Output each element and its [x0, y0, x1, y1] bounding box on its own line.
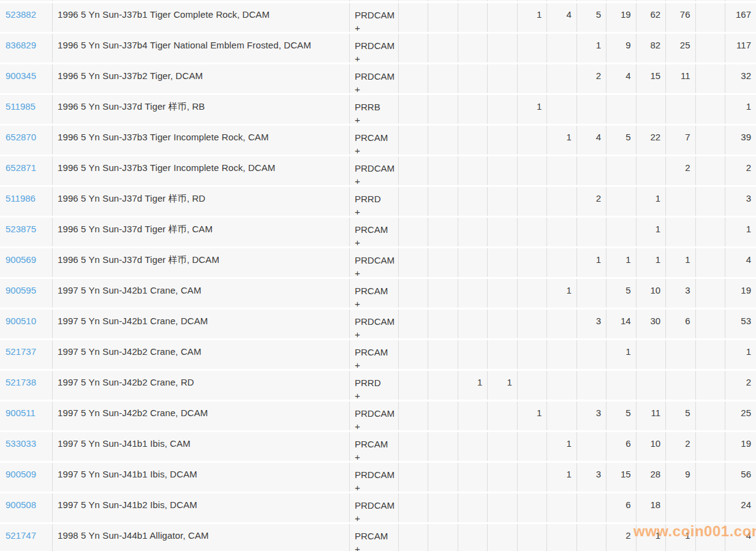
cert-number-link[interactable]: 521747	[6, 530, 36, 541]
grade-count-cell	[576, 524, 606, 551]
grade-count-cell	[576, 218, 606, 246]
grade-count-cell	[428, 156, 457, 185]
table-row: 900511 1997 5 Yn Sun-J42b2 Crane, DCAM P…	[0, 401, 756, 430]
designation-label: PRRB	[355, 101, 398, 113]
cert-number-link[interactable]: 533033	[6, 438, 36, 449]
grade-count-cell	[398, 34, 428, 63]
grade-count-cell	[428, 187, 457, 216]
grade-count-cell	[517, 248, 546, 277]
grade-count-cell: 1	[636, 248, 665, 277]
designation-cell	[349, 0, 398, 1]
grade-count-cell	[665, 493, 695, 522]
cert-number-link[interactable]: 523875	[6, 224, 36, 234]
cert-number-link[interactable]: 900345	[6, 70, 36, 81]
coin-description: 1997 5 Yn Sun-J41b2 Ibis, DCAM	[52, 493, 349, 522]
cert-number-link[interactable]: 900569	[6, 254, 36, 265]
cert-number-link[interactable]: 523882	[6, 9, 36, 20]
grade-count-cell	[398, 126, 428, 154]
cert-number-cell: 900510	[0, 310, 52, 338]
grade-count-cell	[546, 0, 576, 1]
grade-count-cell	[458, 248, 487, 277]
grade-count-cell	[576, 432, 606, 461]
grade-count-cell: 1	[517, 95, 546, 124]
cert-number-link[interactable]: 900508	[6, 500, 36, 510]
grade-count-cell	[546, 340, 576, 369]
grade-count-cell	[606, 371, 635, 400]
grade-count-cell	[398, 3, 428, 32]
table-row: 836829 1996 5 Yn Sun-J37b4 Tiger Nationa…	[0, 34, 756, 63]
grade-count-cell	[428, 64, 457, 93]
cert-number-link[interactable]: 652871	[6, 162, 36, 173]
grade-count-cell: 1	[606, 340, 635, 369]
table-row: 533033 1997 5 Yn Sun-J41b1 Ibis, CAM PRC…	[0, 432, 756, 461]
designation-plus: +	[355, 389, 398, 400]
cert-number-link[interactable]: 511985	[6, 101, 36, 112]
cert-number-link[interactable]: 521737	[6, 346, 36, 357]
grade-count-cell	[576, 340, 606, 369]
designation-cell: PRCAM+	[349, 524, 398, 551]
table-row	[0, 0, 756, 1]
grade-count-cell	[606, 156, 635, 185]
cert-number-cell: 900345	[0, 64, 52, 93]
coin-description: 1996 5 Yn Sun-J37b1 Tiger Complete Rock,…	[52, 3, 349, 32]
grade-count-cell: 2	[576, 64, 606, 93]
designation-cell: PRDCAM+	[349, 3, 398, 32]
designation-plus: +	[355, 144, 398, 154]
grade-count-cell	[458, 493, 487, 522]
cert-number-link[interactable]: 836829	[6, 40, 36, 50]
grade-count-cell	[576, 493, 606, 522]
grade-count-cell: 19	[606, 3, 635, 32]
grade-count-cell: 18	[636, 493, 665, 522]
grade-count-cell	[695, 340, 725, 369]
coin-description: 1997 5 Yn Sun-J42b2 Crane, CAM	[52, 340, 349, 369]
grade-count-cell	[428, 248, 457, 277]
designation-plus: +	[355, 21, 398, 32]
grade-count-cell	[428, 463, 457, 492]
grade-count-cell	[487, 3, 516, 32]
designation-cell: PRRB+	[349, 95, 398, 124]
grade-count-cell: 28	[636, 463, 665, 492]
grade-count-cell: 3	[576, 401, 606, 430]
grade-count-cell: 10	[636, 279, 665, 308]
grade-count-cell: 15	[636, 64, 665, 93]
grade-count-cell: 1	[487, 371, 516, 400]
designation-cell: PRDCAM+	[349, 310, 398, 338]
grade-count-cell: 1	[517, 401, 546, 430]
grade-count-cell	[428, 3, 457, 32]
population-table-body: 523882 1996 5 Yn Sun-J37b1 Tiger Complet…	[0, 0, 756, 551]
designation-plus: +	[355, 297, 398, 308]
table-row: 521738 1997 5 Yn Sun-J42b2 Crane, RD PRR…	[0, 371, 756, 400]
designation-cell: PRDCAM+	[349, 64, 398, 93]
cert-number-link[interactable]: 511986	[6, 193, 36, 203]
cert-number-link[interactable]: 900510	[6, 316, 36, 326]
grade-count-cell	[458, 64, 487, 93]
cert-number-link[interactable]: 652870	[6, 132, 36, 142]
designation-cell: PRRD+	[349, 187, 398, 216]
grade-count-cell	[458, 0, 487, 1]
grade-count-cell	[695, 463, 725, 492]
designation-plus: +	[355, 83, 398, 93]
grade-count-cell: 2	[665, 432, 695, 461]
total-count-cell: 2	[725, 156, 756, 185]
grade-count-cell	[546, 156, 576, 185]
grade-count-cell	[695, 156, 725, 185]
grade-count-cell	[695, 401, 725, 430]
total-count-cell: 2	[725, 371, 756, 400]
total-count-cell: 39	[725, 126, 756, 154]
grade-count-cell: 6	[606, 432, 635, 461]
grade-count-cell	[487, 340, 516, 369]
grade-count-cell	[695, 3, 725, 32]
grade-count-cell: 1	[665, 524, 695, 551]
grade-count-cell	[487, 187, 516, 216]
cert-number-link[interactable]: 900509	[6, 469, 36, 479]
cert-number-link[interactable]: 900511	[6, 408, 36, 418]
grade-count-cell	[428, 279, 457, 308]
cert-number-link[interactable]: 900595	[6, 285, 36, 295]
designation-label: PRDCAM	[355, 315, 398, 328]
designation-label: PRDCAM	[355, 254, 398, 267]
cert-number-link[interactable]: 521738	[6, 377, 36, 387]
grade-count-cell	[517, 340, 546, 369]
grade-count-cell	[546, 524, 576, 551]
grade-count-cell: 82	[636, 34, 665, 63]
grade-count-cell	[517, 126, 546, 154]
